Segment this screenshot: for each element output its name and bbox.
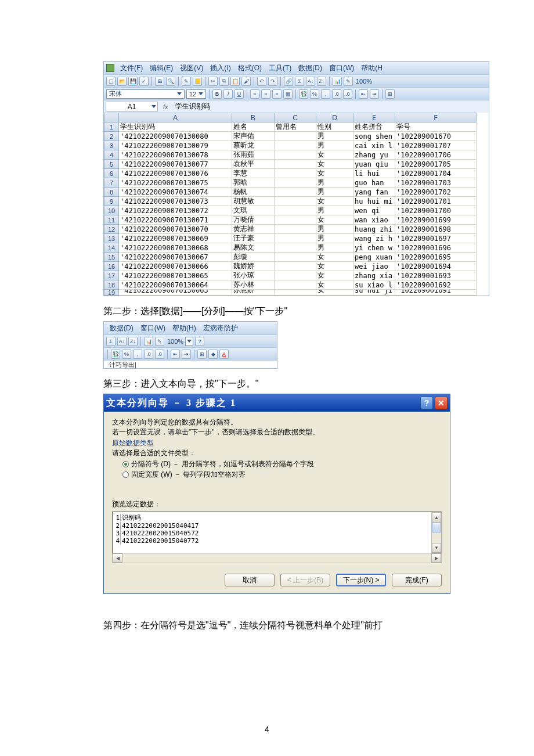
cell[interactable]: '102209001694 xyxy=(395,262,477,271)
bold-icon[interactable]: B xyxy=(212,89,222,99)
inc-indent-icon[interactable]: ⇥ xyxy=(182,350,191,359)
cell[interactable]: 学号 xyxy=(395,123,477,132)
cell[interactable]: '42102220090070130077 xyxy=(119,160,232,169)
cell[interactable]: 张小琼 xyxy=(232,271,275,280)
row-header[interactable]: 14 xyxy=(104,243,119,253)
research-icon[interactable]: 📒 xyxy=(193,77,202,86)
cell[interactable]: 姓名 xyxy=(232,123,275,132)
font-name-select[interactable]: 宋体 xyxy=(106,89,185,99)
cell[interactable]: 男 xyxy=(316,141,353,150)
radio-icon[interactable] xyxy=(122,461,129,467)
dec-decimal-icon[interactable]: .0 xyxy=(343,89,352,99)
zoom-dropdown[interactable] xyxy=(185,337,193,346)
table-row[interactable]: '42102220090070130063苏慧娇女su hui ji'10220… xyxy=(119,290,489,296)
row-header[interactable]: 6 xyxy=(104,169,119,178)
cell[interactable] xyxy=(275,234,316,243)
cell[interactable] xyxy=(275,178,316,188)
cell[interactable]: yang fan xyxy=(353,188,395,197)
table-row[interactable]: '42102220090070130069汪子豪男wang zi h'10220… xyxy=(119,234,489,243)
inc-decimal-icon[interactable]: .0 xyxy=(332,89,341,99)
cell[interactable]: 杨帆 xyxy=(232,188,275,197)
zoom-value[interactable]: 100% xyxy=(167,338,183,345)
cell[interactable] xyxy=(275,280,316,290)
cell[interactable]: '102209001699 xyxy=(395,215,477,225)
cell[interactable]: 苏慧娇 xyxy=(232,290,275,296)
help-icon[interactable]: ? xyxy=(420,397,433,409)
cell[interactable]: 易陈文 xyxy=(232,243,275,253)
cell[interactable]: 张雨茹 xyxy=(232,150,275,160)
cell[interactable] xyxy=(275,132,316,141)
dec-decimal-icon[interactable]: .0 xyxy=(155,350,164,359)
cell[interactable]: 曾用名 xyxy=(275,123,316,132)
cell[interactable]: 女 xyxy=(316,262,353,271)
menu-view[interactable]: 视图(V) xyxy=(176,63,207,73)
cell[interactable]: 姓名拼音 xyxy=(353,123,395,132)
table-row[interactable]: '42102220090070130066魏娇娇女wei jiao'102209… xyxy=(119,262,489,271)
formula-value[interactable]: 学生识别码 xyxy=(175,102,210,111)
finish-button[interactable]: 完成(F) xyxy=(392,574,442,586)
fill-color-icon[interactable]: ◆ xyxy=(208,350,218,359)
scroll-left-icon[interactable]: ◀ xyxy=(113,553,122,563)
cell[interactable]: 女 xyxy=(316,271,353,280)
sort-asc-icon[interactable]: A↓ xyxy=(306,77,315,86)
menu-data[interactable]: 数据(D) xyxy=(106,323,137,333)
worksheet-grid[interactable]: 1 2 3 4 5 6 7 8 9 10 11 12 13 14 15 16 1… xyxy=(104,113,489,296)
close-icon[interactable]: ✕ xyxy=(435,397,448,409)
align-left-icon[interactable]: ≡ xyxy=(250,89,259,99)
cell[interactable] xyxy=(275,150,316,160)
cell[interactable]: peng xuan xyxy=(353,253,395,262)
menu-insert[interactable]: 插入(I) xyxy=(207,63,234,73)
table-row[interactable]: '42102220090070130065张小琼女zhang xia'10220… xyxy=(119,271,489,280)
sort-desc-icon[interactable]: Z↓ xyxy=(317,77,326,86)
cell[interactable]: 男 xyxy=(316,243,353,253)
scroll-down-icon[interactable]: ▼ xyxy=(432,543,441,553)
cell[interactable]: 彭璇 xyxy=(232,253,275,262)
cell[interactable]: '102209001695 xyxy=(395,253,477,262)
menu-help[interactable]: 帮助(H) xyxy=(169,323,200,333)
cell[interactable] xyxy=(275,141,316,150)
cell[interactable]: 文琪 xyxy=(232,206,275,215)
cell[interactable] xyxy=(275,206,316,215)
cell[interactable]: '102209001704 xyxy=(395,169,477,178)
scroll-right-icon[interactable]: ▶ xyxy=(431,553,441,563)
row-header[interactable]: 11 xyxy=(104,215,119,225)
row-header[interactable]: 13 xyxy=(104,234,119,243)
percent-icon[interactable]: % xyxy=(122,350,131,359)
menu-virus[interactable]: 宏病毒防护 xyxy=(200,323,241,333)
cell[interactable] xyxy=(275,160,316,169)
row-header[interactable]: 3 xyxy=(104,141,119,150)
comma-icon[interactable]: , xyxy=(133,350,142,359)
menu-edit[interactable]: 编辑(E) xyxy=(146,63,176,73)
table-row[interactable]: '42102220090070130073胡慧敏女hu hui mi'10220… xyxy=(119,197,489,206)
new-icon[interactable]: ▢ xyxy=(106,77,116,86)
preview-vscroll[interactable]: ▲ ▼ xyxy=(431,512,441,553)
align-right-icon[interactable]: ≡ xyxy=(272,89,282,99)
cell[interactable]: 黄志祥 xyxy=(232,225,275,234)
cell[interactable]: 学生识别码 xyxy=(119,123,232,132)
cell[interactable]: '42102220090070130080 xyxy=(119,132,232,141)
cell[interactable]: 男 xyxy=(316,225,353,234)
col-header[interactable]: C xyxy=(275,113,316,123)
cell[interactable]: '102209001706 xyxy=(395,150,477,160)
cell[interactable]: su hui ji xyxy=(353,290,395,296)
dec-indent-icon[interactable]: ⇤ xyxy=(171,350,180,359)
cell[interactable]: wang zi h xyxy=(353,234,395,243)
cell[interactable]: 女 xyxy=(316,290,353,296)
italic-icon[interactable]: I xyxy=(223,89,233,99)
table-row[interactable]: '42102220090070130064苏小林女su xiao l'10220… xyxy=(119,280,489,290)
cell[interactable]: '42102220090070130065 xyxy=(119,271,232,280)
percent-icon[interactable]: % xyxy=(310,89,319,99)
chart-icon[interactable]: 📊 xyxy=(333,77,342,86)
radio-delimited[interactable]: 分隔符号 (D) － 用分隔字符，如逗号或制表符分隔每个字段 xyxy=(122,459,442,469)
cell[interactable]: su xiao l xyxy=(353,280,395,290)
cell[interactable]: 男 xyxy=(316,178,353,188)
cell[interactable]: '102209001705 xyxy=(395,160,477,169)
table-row[interactable]: '42102220090070130078张雨茹女zhang yu'102209… xyxy=(119,150,489,160)
autosum-icon[interactable]: Σ xyxy=(295,77,304,86)
cell[interactable]: yuan qiu xyxy=(353,160,395,169)
comma-icon[interactable]: , xyxy=(321,89,330,99)
cell[interactable]: yi chen w xyxy=(353,243,395,253)
cell[interactable]: 宋声佑 xyxy=(232,132,275,141)
table-row[interactable]: '42102220090070130070黄志祥男huang zhi'10220… xyxy=(119,225,489,234)
cell[interactable]: zhang yu xyxy=(353,150,395,160)
